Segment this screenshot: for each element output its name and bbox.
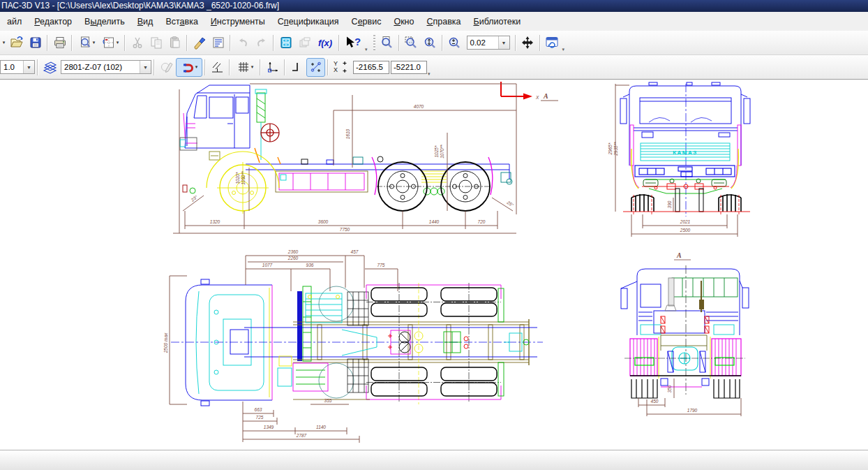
print-button[interactable] xyxy=(50,34,69,52)
coord-x-label: X xyxy=(334,67,338,73)
printer-icon xyxy=(53,36,67,50)
top-view-drawing: 2360 457 2260 1077 936 775 2500 max 355 … xyxy=(163,249,543,443)
svg-text:X: X xyxy=(535,95,539,100)
undo-arrow-icon xyxy=(236,36,250,50)
svg-text:350: 350 xyxy=(667,385,672,392)
format-brush-button[interactable] xyxy=(190,34,209,52)
zoom-scale-combobox[interactable]: 0.02 ▼ xyxy=(467,36,510,50)
variables-button[interactable] xyxy=(276,34,295,52)
redo-button[interactable] xyxy=(252,34,271,52)
menu-insert[interactable]: Вставка xyxy=(159,14,204,29)
svg-text:2787: 2787 xyxy=(296,433,307,438)
svg-text:7750: 7750 xyxy=(340,227,350,232)
menu-editor[interactable]: Редактор xyxy=(28,14,78,29)
constraints-button[interactable] xyxy=(295,34,314,52)
copy-button[interactable] xyxy=(147,34,165,52)
page-layout-button[interactable]: ▾ xyxy=(98,34,122,52)
menu-specification[interactable]: Спецификация xyxy=(271,14,345,29)
svg-text:663: 663 xyxy=(255,407,262,412)
svg-text:1070**: 1070** xyxy=(440,145,444,159)
toolbar-grip[interactable] xyxy=(373,35,375,50)
step-value: 1.0 xyxy=(3,63,15,71)
menu-libraries[interactable]: Библиотеки xyxy=(467,14,527,29)
svg-text:?: ? xyxy=(354,36,361,47)
pen-icon xyxy=(160,60,174,74)
rear-view-drawing: 450 350 1790 xyxy=(621,265,749,416)
undo-button[interactable] xyxy=(233,34,252,52)
variables-cabinet-icon xyxy=(279,36,293,50)
property-panel-empty xyxy=(0,450,868,470)
menu-window[interactable]: Окно xyxy=(387,14,420,29)
print-preview-button[interactable]: ▾ xyxy=(75,34,98,52)
paste-clipboard-icon xyxy=(168,36,182,50)
svg-text:КАМАЗ: КАМАЗ xyxy=(673,149,698,156)
svg-text:2360: 2360 xyxy=(287,249,299,254)
zoom-vertical-button[interactable] xyxy=(421,34,440,52)
new-document-button[interactable]: ▾ xyxy=(0,34,7,52)
fx-button[interactable]: f(x) xyxy=(314,34,336,52)
menu-file[interactable]: айл xyxy=(1,14,28,29)
combo-arrow-icon[interactable]: ▼ xyxy=(140,61,151,73)
coord-y-field[interactable]: -2165.5 xyxy=(353,61,389,74)
crosshair-icon xyxy=(339,60,350,74)
cut-button[interactable] xyxy=(128,34,147,52)
combo-arrow-icon[interactable]: ▼ xyxy=(498,36,509,49)
context-help-button[interactable]: ? xyxy=(342,34,364,52)
properties-button[interactable] xyxy=(209,34,227,52)
zoom-page-button[interactable] xyxy=(377,34,396,52)
svg-text:2260: 2260 xyxy=(287,256,299,260)
paste-button[interactable] xyxy=(165,34,184,52)
local-cs-button[interactable] xyxy=(263,58,282,77)
svg-text:457: 457 xyxy=(351,249,359,254)
svg-text:А: А xyxy=(676,251,682,259)
open-folder-icon xyxy=(10,36,24,50)
menu-service[interactable]: Сервис xyxy=(345,14,388,29)
ortho-mode-button[interactable] xyxy=(287,58,306,77)
zoom-area-button[interactable] xyxy=(402,34,421,52)
toolbar-overflow-icon[interactable]: ▾ xyxy=(365,47,368,52)
svg-text:775: 775 xyxy=(377,263,385,267)
drawing-canvas[interactable]: X А xyxy=(0,82,868,450)
svg-text:1349: 1349 xyxy=(264,425,274,429)
open-button[interactable] xyxy=(7,34,26,52)
zoom-in-out-button[interactable] xyxy=(445,34,464,52)
step-combobox[interactable]: 1.0 ▼ xyxy=(0,60,35,74)
menu-select[interactable]: Выделить xyxy=(78,14,131,29)
svg-text:1440: 1440 xyxy=(429,219,440,224)
pan-button[interactable] xyxy=(518,34,537,52)
dropdown-arrow-icon: ▾ xyxy=(93,40,96,45)
refresh-view-button[interactable] xyxy=(543,34,562,52)
pen-style-button[interactable] xyxy=(157,58,176,77)
parallel-lines-button[interactable] xyxy=(208,58,227,77)
save-button[interactable] xyxy=(26,34,45,52)
zoom-scale-value: 0.02 xyxy=(470,38,486,47)
svg-text:1320: 1320 xyxy=(210,219,220,224)
fx-icon: f(x) xyxy=(318,38,332,48)
print-preview-icon xyxy=(78,36,92,50)
toolbar-overflow-icon[interactable]: ▾ xyxy=(428,71,431,77)
constraints-icon xyxy=(298,36,312,50)
menu-tools[interactable]: Инструменты xyxy=(204,14,271,29)
layers-button[interactable] xyxy=(40,58,59,77)
layer-combobox[interactable]: 2801-Z-07 (102) ▼ xyxy=(61,60,151,74)
toolbar-overflow-icon[interactable]: ▾ xyxy=(562,47,565,52)
combo-arrow-icon[interactable]: ▼ xyxy=(23,61,34,73)
toolbar-standard: ▾ ▾ ▾ f(x) xyxy=(0,31,868,55)
menu-help[interactable]: Справка xyxy=(420,14,467,29)
svg-text:1090**: 1090** xyxy=(241,171,246,185)
toolbar-current-state: 1.0 ▼ 2801-Z-07 (102) ▼ ▾ ▾ YX -2165.5 xyxy=(0,55,868,80)
side-view-drawing: 4070 1610 1025* 1070** 1020* 1090** 1320… xyxy=(173,84,516,233)
window-title: ПАС-3D V13 - [C:\Users\Alex\Desktop\КАМА… xyxy=(1,1,279,10)
coord-x-field[interactable]: -5221.0 xyxy=(391,61,427,74)
scissors-icon xyxy=(130,36,144,50)
menu-view[interactable]: Вид xyxy=(131,14,160,29)
window-titlebar: ПАС-3D V13 - [C:\Users\Alex\Desktop\КАМА… xyxy=(0,0,868,12)
svg-text:3600: 3600 xyxy=(318,219,329,224)
snap-magnet-button[interactable]: ▾ xyxy=(176,58,202,77)
snap-points-button[interactable] xyxy=(306,58,325,77)
pan-arrows-icon xyxy=(521,36,534,50)
axes-icon xyxy=(266,60,280,74)
zoom-vertical-icon xyxy=(423,36,437,50)
grid-button[interactable]: ▾ xyxy=(232,58,257,77)
view-a-label: А xyxy=(674,251,691,260)
